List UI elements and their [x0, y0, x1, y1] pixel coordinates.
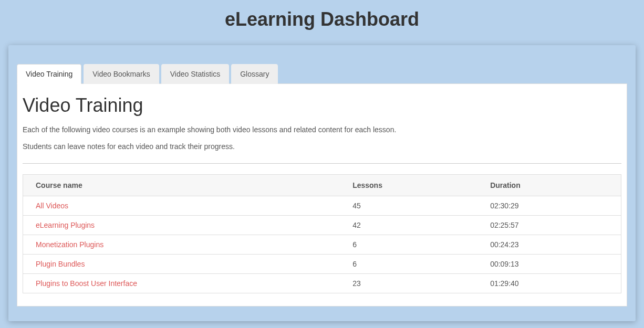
description-line-2: Students can leave notes for each video … [23, 141, 621, 152]
divider [23, 163, 621, 164]
lessons-cell: 45 [340, 196, 477, 215]
tab-video-training[interactable]: Video Training [17, 64, 81, 84]
lessons-cell: 42 [340, 215, 477, 235]
duration-cell: 01:29:40 [477, 273, 621, 293]
duration-cell: 00:24:23 [477, 235, 621, 254]
section-title: Video Training [23, 94, 621, 117]
course-link[interactable]: eLearning Plugins [36, 221, 95, 229]
lessons-cell: 23 [340, 273, 477, 293]
duration-cell: 02:30:29 [477, 196, 621, 215]
header-lessons: Lessons [340, 174, 477, 196]
tab-video-bookmarks[interactable]: Video Bookmarks [84, 64, 159, 84]
tabs: Video Training Video Bookmarks Video Sta… [17, 64, 627, 84]
course-link[interactable]: Plugin Bundles [36, 260, 85, 268]
lessons-cell: 6 [340, 254, 477, 273]
lessons-cell: 6 [340, 235, 477, 254]
tab-video-statistics[interactable]: Video Statistics [161, 64, 229, 84]
header-course-name: Course name [23, 174, 340, 196]
courses-table: Course name Lessons Duration All Videos … [23, 174, 621, 293]
header-duration: Duration [477, 174, 621, 196]
table-row: All Videos 45 02:30:29 [23, 196, 621, 215]
course-link[interactable]: Plugins to Boost User Interface [36, 279, 137, 288]
table-row: Plugin Bundles 6 00:09:13 [23, 254, 621, 273]
duration-cell: 00:09:13 [477, 254, 621, 273]
table-row: Plugins to Boost User Interface 23 01:29… [23, 273, 621, 293]
tab-glossary[interactable]: Glossary [231, 64, 278, 84]
description-line-1: Each of the following video courses is a… [23, 124, 621, 135]
course-link[interactable]: Monetization Plugins [36, 240, 103, 249]
page-title: eLearning Dashboard [0, 0, 644, 45]
duration-cell: 02:25:57 [477, 215, 621, 235]
tab-content: Video Training Each of the following vid… [17, 83, 627, 306]
table-row: eLearning Plugins 42 02:25:57 [23, 215, 621, 235]
course-link[interactable]: All Videos [36, 202, 68, 210]
main-panel: Video Training Video Bookmarks Video Sta… [8, 45, 636, 321]
table-row: Monetization Plugins 6 00:24:23 [23, 235, 621, 254]
